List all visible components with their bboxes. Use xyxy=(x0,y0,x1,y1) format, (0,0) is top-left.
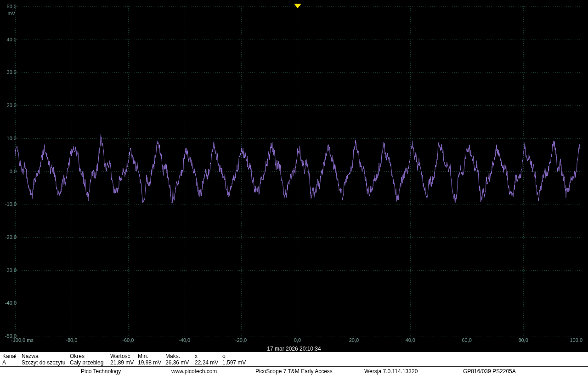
x-axis-tick-label: 80,0 xyxy=(509,337,537,343)
measurement-header-min: Min. xyxy=(138,353,148,359)
y-axis-tick-label: -10,0 xyxy=(0,201,17,207)
footer-bar: Pico Technology www.picotech.com PicoSco… xyxy=(0,366,588,375)
trigger-marker-icon[interactable] xyxy=(294,4,301,8)
measurement-channel: A xyxy=(2,359,6,366)
y-axis-tick-label: 40,0 xyxy=(0,37,17,42)
measurement-name: Szczyt do szczytu xyxy=(22,359,65,366)
x-axis-tick-label: -100,0 ms xyxy=(11,337,34,343)
x-axis-tick-label: -20,0 xyxy=(227,337,255,343)
measurement-span: Cały przebieg xyxy=(70,359,103,366)
x-axis-tick-label: 100,0 xyxy=(559,337,582,343)
x-axis-tick-label: 20,0 xyxy=(340,337,368,343)
footer-website: www.picotech.com xyxy=(171,368,217,375)
measurement-header-row: Kanał Nazwa Okres Wartość Min. Maks. x̄ … xyxy=(0,353,588,359)
measurement-max: 26,36 mV xyxy=(165,359,189,366)
footer-company: Pico Technology xyxy=(81,368,121,375)
measurement-header-value: Wartość xyxy=(110,353,130,359)
measurement-sigma: 1,597 mV xyxy=(222,359,246,366)
measurement-value: 21,89 mV xyxy=(110,359,134,366)
measurement-header-name: Nazwa xyxy=(22,353,39,359)
y-axis-tick-label: -40,0 xyxy=(0,300,17,306)
picoscope-window: 50,040,030,020,010,00,0-10,0-20,0-30,0-4… xyxy=(0,0,588,375)
footer-device-id: GP816/039 PS2205A xyxy=(463,368,516,375)
measurements-panel: Kanał Nazwa Okres Wartość Min. Maks. x̄ … xyxy=(0,352,588,375)
y-axis-tick-label: 50,0 xyxy=(0,4,17,9)
y-axis-tick-label: -20,0 xyxy=(0,234,17,240)
scope-display-canvas[interactable] xyxy=(0,0,588,345)
measurement-mean: 22,24 mV xyxy=(195,359,218,366)
x-axis-tick-label: 40,0 xyxy=(396,337,424,343)
timestamp: 17 mar 2026 20:10:34 xyxy=(0,346,588,352)
y-axis-tick-label: 10,0 xyxy=(0,136,17,141)
y-axis-tick-label: 20,0 xyxy=(0,102,17,108)
measurement-header-span: Okres xyxy=(70,353,85,359)
y-axis-tick-label: 0,0 xyxy=(0,169,17,174)
measurement-header-max: Maks. xyxy=(165,353,180,359)
footer-version: Wersja 7.0.114.13320 xyxy=(364,368,418,375)
measurement-header-sigma: σ xyxy=(222,353,226,359)
x-axis-tick-label: 0,0 xyxy=(284,337,311,343)
footer-app-title: PicoScope 7 T&M Early Access xyxy=(255,368,333,375)
measurement-header-mean: x̄ xyxy=(195,353,198,359)
measurement-header-channel: Kanał xyxy=(2,353,17,359)
x-axis-tick-label: -40,0 xyxy=(171,337,198,343)
x-axis-tick-label: 60,0 xyxy=(453,337,481,343)
measurement-row[interactable]: A Szczyt do szczytu Cały przebieg 21,89 … xyxy=(0,359,588,366)
x-axis-tick-label: -80,0 xyxy=(58,337,85,343)
measurement-min: 19,98 mV xyxy=(138,359,161,366)
x-axis-tick-label: -60,0 xyxy=(114,337,142,343)
y-axis-tick-label: 30,0 xyxy=(0,69,17,75)
y-axis-unit-label: mV xyxy=(0,11,15,16)
y-axis-tick-label: -30,0 xyxy=(0,267,17,273)
